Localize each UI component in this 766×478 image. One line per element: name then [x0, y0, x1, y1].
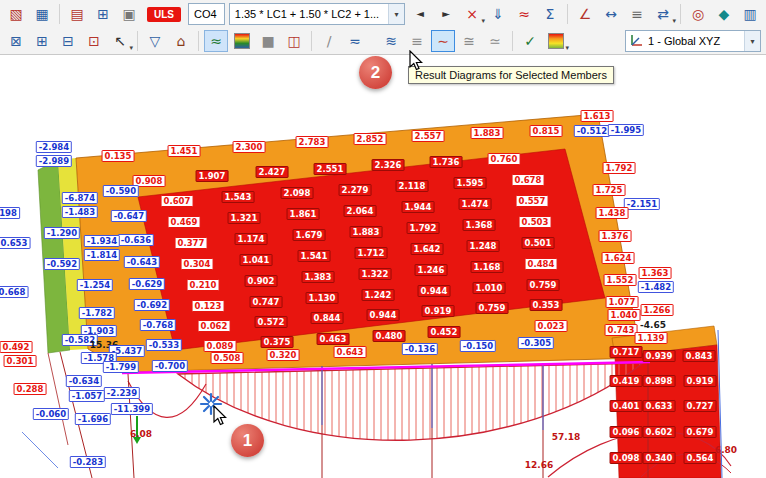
chevron-down-icon[interactable]: ▾ — [744, 31, 760, 51]
color-gradient-surface-icon[interactable] — [230, 30, 254, 52]
result-diagram-arc-left — [128, 381, 206, 417]
workplane-xy-icon[interactable]: ⊠ — [4, 30, 28, 52]
result-diagrams-sections-button[interactable]: ≅ — [457, 30, 481, 52]
display-properties-icon[interactable]: ≡ — [625, 3, 649, 25]
show-loads-icon[interactable]: ⇓ — [486, 3, 510, 25]
move-copy-icon[interactable]: ⇄▾ — [651, 3, 675, 25]
edge-line — [60, 352, 92, 478]
filter-members-icon[interactable]: ▽ — [143, 30, 167, 52]
spreadsheet-icon[interactable]: ⊞ — [91, 3, 115, 25]
result-diagrams-all-members-button[interactable]: ≋ — [379, 30, 403, 52]
uls-badge: ULS — [147, 7, 181, 22]
edge-line-blue — [22, 432, 58, 468]
select-pointer-icon[interactable]: ↖▾ — [108, 30, 132, 52]
workplane-yz-icon[interactable]: ⊟ — [56, 30, 80, 52]
printout-report-icon[interactable]: ▤ — [65, 3, 89, 25]
grid-settings-icon[interactable]: ⊡ — [82, 30, 106, 52]
toolbar-results: ⊠⊞⊟⊡↖▾▽⌂ ≈■◫/≂ ≋≡∼≅≃✓▾ 1 - Global XYZ ▾ — [0, 28, 766, 55]
cursor-arrow-canvas — [213, 405, 227, 426]
workplane-xz-icon[interactable]: ⊞ — [30, 30, 54, 52]
snap-angle-icon[interactable]: ∠ — [573, 3, 597, 25]
section-line-icon[interactable]: / — [317, 30, 341, 52]
result-diagrams-surfaces-button[interactable]: ≡ — [405, 30, 429, 52]
project-navigator-icon[interactable]: ▣ — [117, 3, 141, 25]
member-results-icon[interactable]: ◫ — [282, 30, 306, 52]
toolbar-separator — [59, 4, 60, 24]
next-load-case-arrow[interactable]: ► — [434, 3, 458, 25]
edit-mode-icon[interactable]: ▧ — [4, 3, 28, 25]
rfem-window: 0.1351.4512.3002.7832.8522.5571.8830.815… — [0, 0, 766, 478]
toolbar-group-left: ▧▦▤⊞▣ — [3, 3, 142, 25]
show-results-icon[interactable]: ≈ — [512, 3, 536, 25]
support-arrowhead — [133, 437, 141, 444]
toolbar-separator — [680, 4, 681, 24]
home-view-icon[interactable]: ⌂ — [169, 30, 193, 52]
load-combination-value: 1.35 * LC1 + 1.50 * LC2 + 1... — [230, 8, 388, 20]
chevron-down-icon[interactable]: ▾ — [388, 4, 404, 24]
calculation-icon[interactable]: Σ — [538, 3, 562, 25]
axis-system-icon — [629, 34, 643, 48]
toolbar-group-display: ≈■◫/≂ — [203, 30, 368, 52]
toolbar-group-workplanes: ⊠⊞⊟⊡↖▾▽⌂ — [3, 30, 203, 52]
result-diagrams-solids-button[interactable]: ≃ — [483, 30, 507, 52]
toolbar-separator — [137, 31, 138, 51]
design-combination-box[interactable]: CO4 — [188, 3, 225, 25]
load-combination-dropdown[interactable]: 1.35 * LC1 + 1.50 * LC2 + 1... ▾ — [229, 3, 405, 25]
annotation-step-1: 1 — [231, 424, 264, 457]
design-combination-label: CO4 — [189, 8, 224, 20]
measure-icon[interactable]: ↔ — [599, 3, 623, 25]
render-mode-icon[interactable]: ◆ — [712, 3, 736, 25]
zoom-icon[interactable]: ◎ — [686, 3, 710, 25]
tooltip: Result Diagrams for Selected Members — [408, 66, 614, 84]
toolbar-separator — [567, 4, 568, 24]
toolbar-separator — [311, 31, 312, 51]
smooth-diagram-icon[interactable]: ≂ — [343, 30, 367, 52]
toolbar-group-right: ◄►×▾⇓≈Σ∠↔≡⇄▾◎◆▥ — [407, 3, 763, 25]
prev-load-case-arrow[interactable]: ◄ — [408, 3, 432, 25]
cursor-arrow-toolbar — [409, 50, 423, 71]
delete-results-icon[interactable]: ×▾ — [460, 3, 484, 25]
coordinate-system-value: 1 - Global XYZ — [643, 35, 744, 47]
smooth-results-icon[interactable]: ✓ — [518, 30, 542, 52]
toolbar-group-diagrams: ≋≡∼≅≃✓▾ — [378, 30, 569, 52]
view-panel-icon[interactable]: ▥ — [738, 3, 762, 25]
solid-model-icon[interactable]: ■ — [256, 30, 280, 52]
color-scale-icon[interactable]: ▾ — [544, 30, 568, 52]
result-diagrams-selected-members-button[interactable]: ∼ — [431, 30, 455, 52]
result-curves-icon[interactable]: ≈ — [204, 30, 228, 52]
tables-icon[interactable]: ▦ — [30, 3, 54, 25]
toolbar-separator — [198, 31, 199, 51]
toolbar-main: ▧▦▤⊞▣ ULS CO4 1.35 * LC1 + 1.50 * LC2 + … — [0, 0, 766, 29]
toolbar-separator — [512, 31, 513, 51]
edge-line — [48, 353, 68, 445]
coordinate-system-dropdown[interactable]: 1 - Global XYZ ▾ — [625, 30, 761, 52]
annotation-step-2: 2 — [359, 56, 392, 89]
